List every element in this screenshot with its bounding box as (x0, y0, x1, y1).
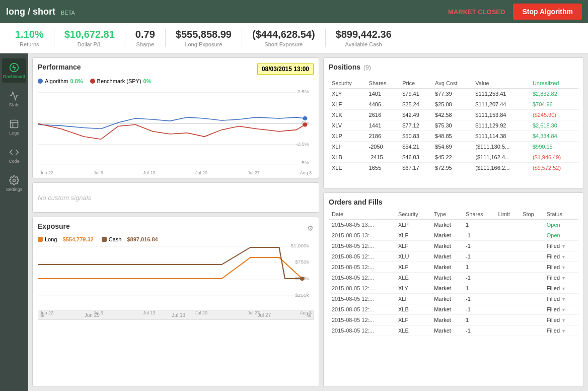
order-status: Filled ▼ (544, 262, 578, 273)
order-limit (495, 294, 520, 304)
list-item: 2015-08-05 12:... XLF Market 1 Filled ▼ (329, 262, 578, 273)
header: long / short BETA MARKET CLOSED Stop Alg… (0, 0, 588, 23)
order-status: Filled ▼ (544, 251, 578, 262)
order-stop (520, 220, 544, 230)
orders-table: Date Security Type Shares Limit Stop Sta… (329, 209, 578, 336)
pos-security: XLB (329, 152, 366, 163)
timeline-jul13: Jul 13 (143, 170, 155, 175)
order-shares: -1 (463, 304, 495, 315)
exp-timeline-jul6: Jul 6 (94, 310, 103, 315)
svg-text:2.5%: 2.5% (297, 89, 309, 94)
col-security: Security (329, 78, 366, 89)
order-security: XLE (395, 325, 431, 336)
order-stop (520, 283, 544, 294)
order-date: 2015-08-05 13:... (329, 220, 395, 230)
order-status: Open (544, 220, 578, 230)
svg-point-24 (300, 277, 305, 281)
pos-price: $42.49 (399, 110, 432, 120)
order-col-shares: Shares (463, 209, 495, 220)
timeline-jun22: Jun 22 (40, 170, 53, 175)
pos-shares: 2616 (366, 110, 400, 120)
pnl-label: Dollar P/L (78, 41, 102, 47)
order-limit (495, 273, 520, 283)
pos-shares: 2186 (366, 131, 400, 142)
algorithm-dot (38, 79, 43, 84)
cash-legend-label: Cash (109, 236, 122, 242)
order-type: Market (431, 315, 463, 325)
order-shares: -1 (463, 325, 495, 336)
pos-security: XLY (329, 89, 366, 99)
long-legend-value: $554,779.32 (63, 236, 94, 242)
col-value: Value (472, 78, 530, 89)
order-security: XLF (395, 262, 431, 273)
positions-table: Security Shares Price Avg Cost Value Unr… (329, 78, 578, 173)
signals-card: No custom signals (32, 182, 319, 213)
pos-value: $111,207.44 (472, 99, 530, 110)
sidebar-item-stats[interactable]: Stats (2, 87, 26, 111)
stat-long-exposure: $555,858.99 Long Exposure (166, 29, 242, 47)
col-avgcost: Avg Cost (432, 78, 472, 89)
cash-value: $899,442.36 (336, 29, 392, 40)
table-row: XLF 4406 $25.24 $25.08 $111,207.44 $704.… (329, 99, 578, 110)
order-stop (520, 325, 544, 336)
pos-security: XLV (329, 120, 366, 131)
order-status: Filled ▼ (544, 315, 578, 325)
performance-date: 08/03/2015 13:00 (257, 63, 314, 75)
list-item: 2015-08-05 12:... XLI Market -1 Filled ▼ (329, 294, 578, 304)
long-exposure-value: $555,858.99 (176, 29, 232, 40)
exp-timeline-jul20: Jul 20 (195, 310, 207, 315)
exposure-gear-icon[interactable]: ⚙ (307, 224, 314, 232)
pos-avgcost: $42.58 (432, 110, 472, 120)
order-date: 2015-08-05 12:... (329, 304, 395, 315)
positions-thead: Security Shares Price Avg Cost Value Unr… (329, 78, 578, 89)
order-status: Open (544, 230, 578, 241)
order-limit (495, 251, 520, 262)
pos-security: XLF (329, 99, 366, 110)
order-stop (520, 251, 544, 262)
orders-table-container[interactable]: Date Security Type Shares Limit Stop Sta… (329, 209, 578, 381)
short-exposure-value: ($444,628.54) (252, 29, 315, 40)
benchmark-pct: 0% (143, 78, 152, 84)
table-row: XLB -2415 $46.03 $45.22 ($111,162.4... (… (329, 152, 578, 163)
order-type: Market (431, 304, 463, 315)
pos-price: $79.41 (399, 89, 432, 99)
timeline-jul6: Jul 6 (94, 170, 103, 175)
sidebar-item-code[interactable]: Code (2, 143, 26, 167)
cash-legend-value: $897,016.84 (127, 236, 158, 242)
svg-text:-2.5%: -2.5% (296, 141, 309, 146)
order-type: Market (431, 241, 463, 251)
positions-tbody: XLY 1401 $79.41 $77.39 $111,253.41 $2,83… (329, 89, 578, 173)
order-limit (495, 230, 520, 241)
sidebar-item-dashboard[interactable]: Dashboard (2, 58, 26, 83)
order-stop (520, 241, 544, 251)
order-stop (520, 230, 544, 241)
benchmark-legend: Benchmark (SPY) 0% (90, 78, 152, 84)
pos-value: $111,253.41 (472, 89, 530, 99)
order-date: 2015-08-05 12:... (329, 294, 395, 304)
signals-text: No custom signals (38, 194, 91, 202)
table-row: XLE 1655 $67.17 $72.95 ($111,166.2... ($… (329, 163, 578, 173)
pos-value: $111,114.38 (472, 131, 530, 142)
order-limit (495, 325, 520, 336)
order-shares: -1 (463, 251, 495, 262)
sidebar-item-logs[interactable]: Logs (2, 115, 26, 139)
main-layout: Dashboard Stats Logs Code Settings (0, 53, 588, 391)
stop-algorithm-button[interactable]: Stop Algorithm (513, 4, 582, 20)
positions-table-container[interactable]: Security Shares Price Avg Cost Value Unr… (329, 78, 578, 183)
pos-avgcost: $48.85 (432, 131, 472, 142)
long-legend-label: Long (45, 236, 57, 242)
performance-timeline: Jun 22 Jul 6 Jul 13 Jul 20 Jul 27 Aug 3 (38, 170, 314, 175)
pos-security: XLP (329, 131, 366, 142)
sidebar-item-settings[interactable]: Settings (2, 171, 26, 196)
long-exposure-label: Long Exposure (185, 41, 222, 47)
list-item: 2015-08-05 12:... XLU Market -1 Filled ▼ (329, 251, 578, 262)
svg-text:$750k: $750k (295, 259, 309, 265)
list-item: 2015-08-05 12:... XLY Market 1 Filled ▼ (329, 283, 578, 294)
orders-title: Orders and Fills (329, 198, 383, 206)
order-status: Filled ▼ (544, 294, 578, 304)
order-security: XLE (395, 273, 431, 283)
long-dot (38, 237, 43, 242)
stat-cash: $899,442.36 Available Cash (326, 29, 402, 47)
order-type: Market (431, 273, 463, 283)
order-date: 2015-08-05 12:... (329, 251, 395, 262)
